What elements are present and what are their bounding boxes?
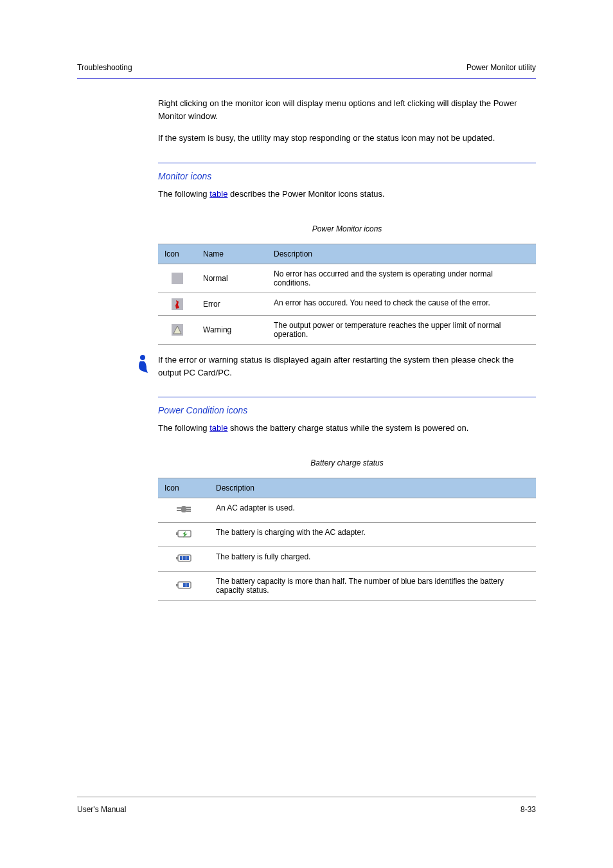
table-row: The battery is fully charged. <box>158 547 536 572</box>
section-rule <box>158 397 536 397</box>
intro-text: The following <box>158 423 209 433</box>
col-desc: Description <box>267 244 536 264</box>
half-battery-icon <box>174 579 193 593</box>
table1-intro: The following table describes the Power … <box>158 189 536 199</box>
cell-desc: The battery is fully charged. <box>209 547 536 572</box>
error-square-icon <box>172 298 183 310</box>
table-row: The battery capacity is more than half. … <box>158 572 536 601</box>
note-text: If the error or warning status is displa… <box>158 354 536 379</box>
cell-desc: The battery capacity is more than half. … <box>209 572 536 601</box>
cell-desc: The output power or temperature reaches … <box>267 316 536 345</box>
col-icon: Icon <box>158 244 197 264</box>
col-icon: Icon <box>158 478 209 498</box>
normal-square-icon <box>172 273 183 284</box>
svg-marker-0 <box>175 300 179 309</box>
footer-right: 8-33 <box>520 805 536 814</box>
page-footer: User's Manual 8-33 <box>77 805 536 814</box>
cell-desc: An error has occured. You need to check … <box>267 293 536 316</box>
cell-name: Error <box>197 293 267 316</box>
monitor-icons-table: Icon Name Description Normal No error ha… <box>158 244 536 345</box>
cell-name: Normal <box>197 264 267 293</box>
table1-caption: Power Monitor icons <box>158 224 536 233</box>
table2-caption: Battery charge status <box>158 458 536 467</box>
footer-rule <box>77 797 536 797</box>
battery-status-table: Icon Description <box>158 478 536 601</box>
table-link[interactable]: table <box>209 423 227 433</box>
header-rule <box>77 78 536 79</box>
table-row: Normal No error has occurred and the sys… <box>158 264 536 293</box>
cell-desc: An AC adapter is used. <box>209 498 536 523</box>
svg-marker-1 <box>173 326 181 334</box>
col-name: Name <box>197 244 267 264</box>
svg-rect-3 <box>181 506 186 512</box>
paragraph-1: Right clicking on the monitor icon will … <box>158 97 536 123</box>
full-battery-icon <box>174 552 193 566</box>
header-left: Troubleshooting <box>77 63 132 72</box>
table-row: An AC adapter is used. <box>158 498 536 523</box>
cell-name: Warning <box>197 316 267 345</box>
svg-rect-13 <box>176 557 178 559</box>
person-note-icon <box>135 354 152 373</box>
footer-left: User's Manual <box>77 805 126 814</box>
svg-rect-20 <box>186 583 189 587</box>
charging-battery-icon <box>174 528 193 541</box>
note-block: If the error or warning status is displa… <box>135 354 536 379</box>
section-rule <box>158 163 536 163</box>
ac-plug-icon <box>174 503 193 517</box>
table-row: The battery is charging with the AC adap… <box>158 523 536 547</box>
header-right: Power Monitor utility <box>466 63 536 72</box>
subsection-title-monitor-icons: Monitor icons <box>158 171 536 181</box>
svg-rect-14 <box>180 556 182 560</box>
intro-text: The following <box>158 189 209 199</box>
svg-rect-16 <box>186 556 189 560</box>
svg-rect-15 <box>183 556 186 560</box>
svg-rect-19 <box>183 583 186 587</box>
table-row: Warning The output power or temperature … <box>158 316 536 345</box>
cell-desc: The battery is charging with the AC adap… <box>209 523 536 547</box>
page-header: Troubleshooting Power Monitor utility <box>77 63 536 78</box>
table2-intro: The following table shows the battery ch… <box>158 423 536 433</box>
table-row: Error An error has occured. You need to … <box>158 293 536 316</box>
intro-text-post: describes the Power Monitor icons status… <box>227 189 384 199</box>
paragraph-2: If the system is busy, the utility may s… <box>158 132 536 145</box>
col-desc: Description <box>209 478 536 498</box>
svg-rect-18 <box>176 584 178 586</box>
intro-text-post: shows the battery charge status while th… <box>227 423 468 433</box>
subsection-title-power-condition: Power Condition icons <box>158 405 536 415</box>
cell-desc: No error has occurred and the system is … <box>267 264 536 293</box>
svg-point-2 <box>140 355 145 360</box>
svg-rect-10 <box>176 532 178 535</box>
warning-square-icon <box>172 324 183 336</box>
table-link[interactable]: table <box>209 189 227 199</box>
